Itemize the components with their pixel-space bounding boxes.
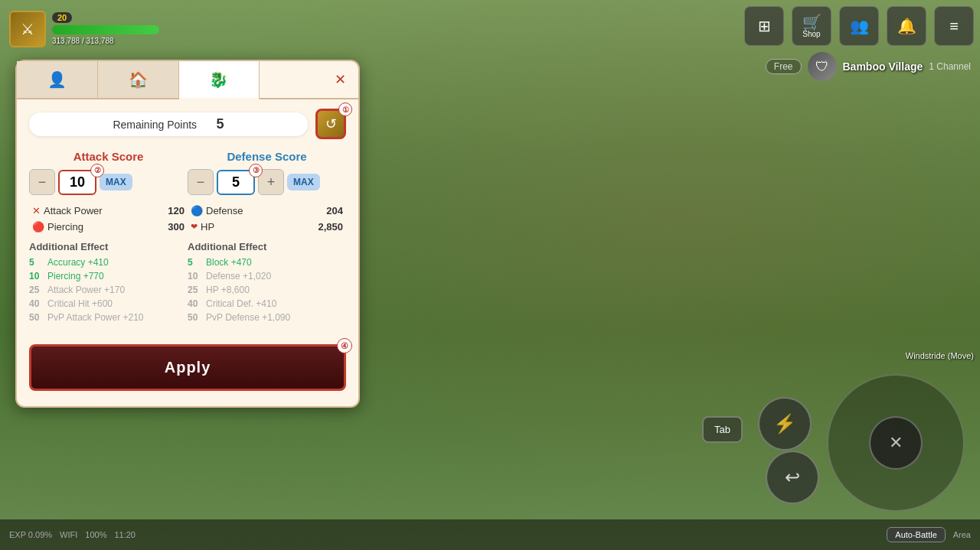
joystick-background[interactable]: ✕ [827,374,965,512]
joystick-center[interactable]: ✕ [869,416,923,470]
reset-badge: ① [338,103,352,116]
attack-minus-button[interactable]: − [29,169,55,195]
area-label: Area [953,530,971,539]
attack-badge: ② [90,164,104,177]
piercing-value: 300 [168,221,185,233]
effect-desc: Defense +1,020 [206,271,271,282]
tab-dragon-icon: 🐉 [209,70,228,89]
panel-content: Remaining Points 5 ↺ ① Attack Score [17,99,358,334]
attack-power-icon: ✕ [32,205,41,216]
hp-stat-value: 2,850 [318,221,343,233]
party-button[interactable]: 👥 [839,6,879,46]
hp-stat: ❤ HP 2,850 [188,219,346,235]
piercing-label: Piercing [47,221,83,233]
defense-max-button[interactable]: MAX [287,174,320,190]
apply-button[interactable]: Apply [29,344,346,391]
free-label: Free [774,61,793,72]
bottom-hud: EXP 0.09% WIFI 100% 11:20 Auto-Battle Ar… [0,519,980,550]
effect-desc: Piercing +770 [47,271,104,282]
attack-score-label: Attack Score [29,150,188,163]
defense-stat-value: 204 [326,205,343,216]
effect-level: 25 [188,285,203,295]
grid-icon: ⊞ [758,18,771,34]
defense-effects-col: Additional Effect 5 Block +470 10 Defens… [188,241,346,324]
attack-effects-col: Additional Effect 5 Accuracy +410 10 Pie… [29,241,188,324]
hp-text: 313,788 / 313,788 [52,37,159,45]
apply-btn-container: Apply ④ [29,344,346,391]
scores-row: Attack Score − 10 ② MAX Defense Score [29,150,346,195]
location-name: Bamboo Village [843,60,923,73]
attack-power-label: Attack Power [44,205,103,216]
effect-desc: Block +470 [206,257,252,268]
attack-stats-col: ✕ Attack Power 120 🔴 Piercing 300 [29,203,188,235]
attack-power-stat: ✕ Attack Power 120 [29,203,188,219]
shop-label: Shop [802,30,820,38]
attack-effect-5: 50 PvP Attack Power +210 [29,311,185,324]
time-label: 11:20 [114,530,136,539]
attack-additional-title: Additional Effect [29,241,185,252]
defense-score-col: Defense Score − 5 ③ + MAX [188,150,346,195]
wifi-label: WIFI [60,530,77,539]
effect-level: 10 [188,271,203,282]
defense-effect-4: 40 Critical Def. +410 [188,297,343,311]
attack-effect-2: 10 Piercing +770 [29,269,185,283]
effect-level: 40 [188,298,203,309]
tab-dragon[interactable]: 🐉 [179,61,260,99]
defense-value-wrapper: 5 ③ [217,170,255,195]
hp-label: HP [201,221,214,233]
remaining-points-row: Remaining Points 5 ↺ ① [29,109,346,139]
piercing-stat: 🔴 Piercing 300 [29,219,188,235]
bell-icon: 🔔 [897,18,916,34]
menu-button[interactable]: ≡ [934,6,974,46]
party-icon: 👥 [850,18,869,34]
free-badge: Free [766,59,802,74]
effect-desc: Accuracy +410 [47,257,109,268]
auto-battle-button[interactable]: Auto-Battle [887,527,945,542]
effect-level: 25 [29,285,44,295]
defense-minus-button[interactable]: − [188,169,214,195]
effect-level: 40 [29,298,44,309]
player-icon: ⚔ [9,11,46,47]
panel-tabs: 👤 🏠 🐉 ✕ [17,61,358,99]
attack-effect-4: 40 Critical Hit +600 [29,297,185,311]
tab-button[interactable]: Tab [702,416,743,443]
exp-label: EXP 0.09% [9,530,52,539]
defense-effect-2: 10 Defense +1,020 [188,269,343,283]
grid-icon-btn[interactable]: ⊞ [744,6,784,46]
defense-label: Defense [206,205,243,216]
tab-character[interactable]: 👤 [17,61,98,98]
tab-home[interactable]: 🏠 [98,61,179,98]
minus-icon: − [38,174,47,190]
defense-stat: 🔵 Defense 204 [188,203,346,219]
defense-additional-title: Additional Effect [188,241,343,252]
shop-button[interactable]: 🛒 Shop [792,6,831,46]
effect-desc: Critical Hit +600 [47,298,113,309]
hp-bar [52,25,159,34]
defense-effect-5: 50 PvP Defense +1,090 [188,311,343,324]
effect-desc: HP +8,600 [206,285,250,295]
plus-icon: + [267,174,276,190]
action-button-2[interactable]: ↩ [766,451,819,504]
action-button-1[interactable]: ⚡ [758,397,812,451]
reset-btn-wrapper: ↺ ① [315,109,346,139]
wifi-pct: 100% [85,530,106,539]
panel-close-button[interactable]: ✕ [322,61,358,98]
attack-max-button[interactable]: MAX [100,174,132,190]
effect-level: 10 [29,271,44,282]
defense-icon: 🔵 [191,205,203,216]
defense-score-label: Defense Score [188,150,346,163]
defense-effect-1: 5 Block +470 [188,255,343,269]
hp-icon: ❤ [191,222,198,232]
apply-badge: ④ [337,338,352,353]
attack-power-value: 120 [168,205,185,216]
bell-button[interactable]: 🔔 [887,6,926,46]
stats-row: ✕ Attack Power 120 🔴 Piercing 300 🔵 [29,203,346,235]
attack-stepper: − 10 ② MAX [29,169,188,195]
defense-stepper: − 5 ③ + MAX [188,169,346,195]
tab-home-icon: 🏠 [129,70,148,89]
top-hud: ⚔ 20 313,788 / 313,788 ⊞ 🛒 Shop 👥 🔔 ≡ [0,0,980,57]
remaining-points-label: Remaining Points 5 [29,112,308,136]
defense-badge: ③ [249,164,263,177]
minus-icon-def: − [197,174,205,190]
channel-info: 1 Channel [929,61,971,72]
